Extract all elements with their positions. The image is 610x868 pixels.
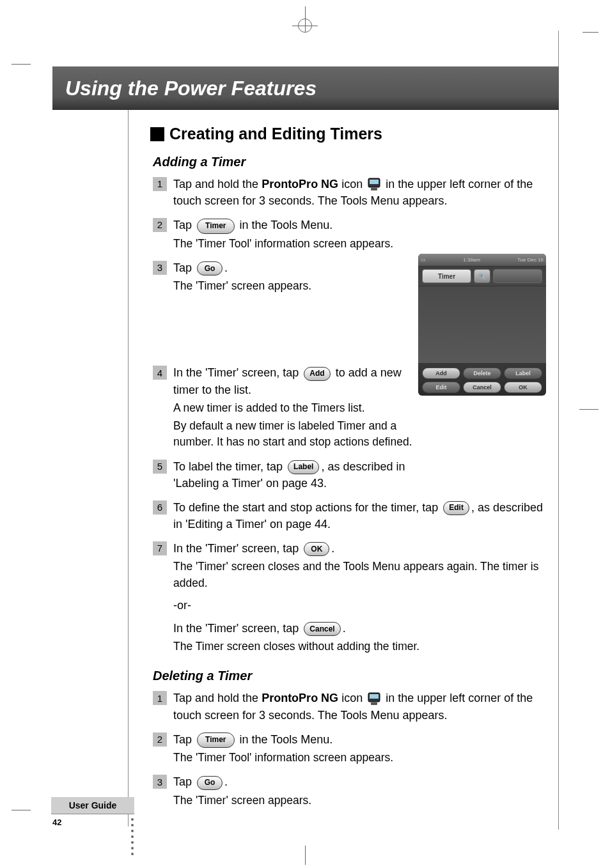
step-text: Tap Timer in the Tools Menu. (173, 217, 546, 233)
step-row: 3 Tap Go. The 'Timer' screen appears. (153, 773, 546, 808)
go-button-icon: Go (197, 261, 223, 275)
crop-tick (579, 409, 598, 410)
step-text: In the 'Timer' screen, tap Add to add a … (173, 364, 416, 398)
svg-rect-1 (370, 180, 379, 184)
tools-icon: 🔧 (474, 269, 490, 283)
step-number: 2 (153, 732, 167, 747)
step-text: Tap Go. (173, 260, 416, 276)
step-number: 3 (153, 261, 167, 275)
crop-tick (12, 810, 31, 810)
crop-mark-top (292, 13, 318, 38)
timer-list-area (418, 286, 546, 364)
step-row: 7 In the 'Timer' screen, tap OK. The 'Ti… (153, 540, 546, 591)
label-button: Label (504, 368, 542, 379)
clock-time: 1:38am (463, 257, 480, 263)
step-row: 2 Tap Timer in the Tools Menu. The 'Time… (153, 731, 546, 766)
step-text: Tap and hold the ProntoPro NG icon in th… (173, 176, 546, 209)
battery-icon: ▭ (421, 257, 426, 263)
svg-rect-5 (371, 702, 377, 705)
step-subtext: The 'Timer Tool' information screen appe… (173, 750, 546, 766)
ok-button-icon: OK (304, 542, 329, 556)
section-heading: Creating and Editing Timers (169, 125, 382, 143)
step-row: 6 To define the start and stop actions f… (153, 499, 546, 532)
step-number: 7 (153, 541, 167, 555)
timer-tab: Timer (422, 269, 471, 283)
prontopro-ng-icon (367, 692, 381, 707)
step-number: 1 (153, 177, 167, 191)
vertical-rule (128, 110, 129, 826)
step-number: 2 (153, 218, 167, 232)
chapter-title: Using the Power Features (65, 77, 317, 100)
section-bullet-icon (150, 127, 164, 141)
step-subtext: A new timer is added to the Timers list. (173, 400, 416, 416)
step-row: 5 To label the timer, tap Label, as desc… (153, 458, 546, 492)
step-row: 1 Tap and hold the ProntoPro NG icon in … (153, 690, 546, 723)
cancel-button-icon: Cancel (304, 622, 340, 636)
add-button-icon: Add (304, 367, 330, 381)
step-text: Tap Timer in the Tools Menu. (173, 731, 546, 748)
decorative-dots (131, 818, 134, 855)
step-subtext: The 'Timer' screen closes and the Tools … (173, 559, 546, 591)
delete-button: Delete (463, 368, 501, 379)
empty-tab (493, 269, 542, 283)
step-subtext: By default a new timer is labeled Timer … (173, 418, 416, 451)
step-number: 3 (153, 775, 167, 789)
step-text: Tap Go. (173, 773, 546, 790)
timer-screen-thumbnail: ▭ 1:38am Tue Dec 16 Timer 🔧 Add Delete L… (418, 254, 546, 396)
subheading-deleting: Deleting a Timer (153, 669, 546, 683)
or-separator: -or- (173, 599, 546, 612)
deleting-steps: 1 Tap and hold the ProntoPro NG icon in … (153, 690, 546, 808)
chapter-header-bar: Using the Power Features (52, 66, 559, 110)
cancel-button: Cancel (463, 382, 501, 393)
prontopro-ng-icon (367, 177, 381, 192)
step-text: To define the start and stop actions for… (173, 499, 546, 532)
step-subtext: The 'Timer' screen appears. (173, 278, 416, 294)
footer-label: User Guide (51, 797, 134, 814)
step-number: 4 (153, 366, 167, 380)
svg-rect-4 (370, 694, 379, 699)
step-number: 5 (153, 460, 167, 474)
step-row: 1 Tap and hold the ProntoPro NG icon in … (153, 176, 546, 209)
timer-button-icon: Timer (197, 732, 234, 748)
step-text: Tap and hold the ProntoPro NG icon in th… (173, 690, 546, 723)
section-heading-row: Creating and Editing Timers (150, 125, 546, 143)
subheading-adding: Adding a Timer (153, 155, 546, 169)
ok-button: OK (504, 382, 542, 393)
step-number: 1 (153, 691, 167, 705)
step-subtext: The 'Timer Tool' information screen appe… (173, 236, 546, 252)
page-content: Creating and Editing Timers Adding a Tim… (150, 125, 546, 816)
step-subtext: The 'Timer' screen appears. (173, 793, 546, 809)
add-button: Add (422, 368, 460, 379)
step-text: To label the timer, tap Label, as descri… (173, 458, 442, 492)
clock-date: Tue Dec 16 (517, 257, 544, 263)
step-text: In the 'Timer' screen, tap OK. (173, 540, 546, 557)
step-number: 6 (153, 500, 167, 515)
go-button-icon: Go (197, 776, 223, 790)
crop-tick (12, 64, 31, 65)
edit-button: Edit (422, 382, 460, 393)
page-border-right (558, 31, 559, 830)
label-button-icon: Label (288, 460, 319, 474)
step-subtext: The Timer screen closes without adding t… (173, 639, 546, 655)
step-text: In the 'Timer' screen, tap Cancel. (173, 620, 546, 637)
adding-steps: 1 Tap and hold the ProntoPro NG icon in … (153, 176, 546, 655)
crop-tick (583, 32, 598, 33)
page-number: 42 (52, 818, 61, 827)
svg-rect-2 (371, 188, 377, 190)
step-row: In the 'Timer' screen, tap Cancel. The T… (173, 620, 546, 655)
timer-button-icon: Timer (197, 219, 234, 234)
step-row: 2 Tap Timer in the Tools Menu. The 'Time… (153, 217, 546, 252)
edit-button-icon: Edit (443, 501, 469, 515)
